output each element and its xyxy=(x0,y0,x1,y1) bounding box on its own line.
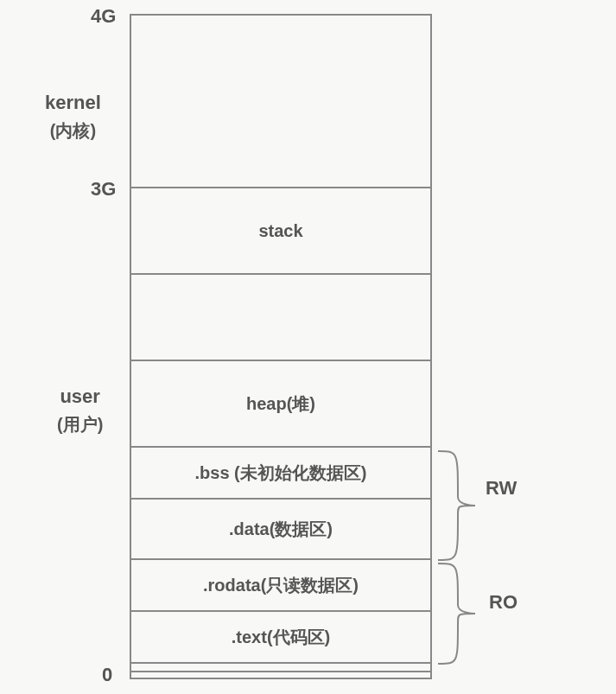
address-4g: 4G xyxy=(91,5,116,28)
segment-gap xyxy=(131,275,430,361)
segment-stack: stack xyxy=(131,188,430,275)
brace-ro xyxy=(434,562,494,665)
address-3g: 3G xyxy=(91,178,116,201)
segment-heap: heap(堆) xyxy=(131,361,430,448)
brace-rw xyxy=(434,449,494,562)
user-title: user xyxy=(60,385,99,407)
segment-thin xyxy=(131,664,430,672)
segment-data: .data(数据区) xyxy=(131,500,430,560)
kernel-subtitle: (内核) xyxy=(45,119,101,143)
segment-bss: .bss (未初始化数据区) xyxy=(131,448,430,500)
segment-rodata: .rodata(只读数据区) xyxy=(131,560,430,612)
address-0: 0 xyxy=(102,664,112,686)
permission-ro: RO xyxy=(489,591,518,614)
memory-layout-diagram: stack heap(堆) .bss (未初始化数据区) .data(数据区) … xyxy=(130,14,432,679)
kernel-title: kernel xyxy=(45,92,101,113)
permission-rw: RW xyxy=(486,477,517,500)
user-subtitle: (用户) xyxy=(57,413,103,436)
kernel-space-label: kernel (内核) xyxy=(45,92,101,143)
segment-kernel xyxy=(131,16,430,188)
segment-text: .text(代码区) xyxy=(131,612,430,664)
user-space-label: user (用户) xyxy=(57,385,103,436)
